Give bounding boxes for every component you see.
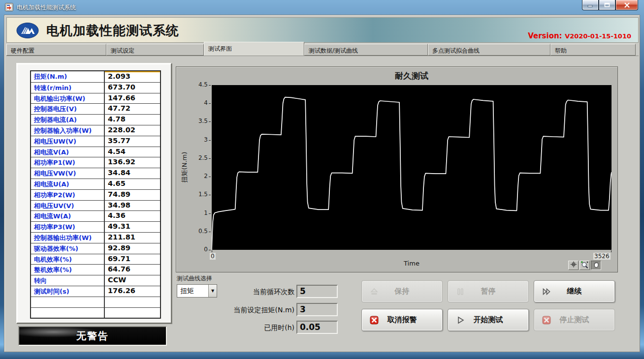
minimize-button[interactable]	[582, 0, 599, 10]
table-row: 转向CCW	[31, 275, 160, 286]
measurement-label: 控制器输出功率(W)	[31, 233, 105, 243]
button-暂停[interactable]: 暂停	[448, 280, 529, 302]
measurement-value: 35.77	[105, 136, 160, 147]
table-row: 相功率P1(W)136.92	[31, 157, 160, 168]
tab-测试设定[interactable]: 测试设定	[106, 44, 204, 56]
table-row: 转速(r/min)673.70	[31, 82, 160, 93]
button-取消报警[interactable]: 取消报警	[361, 309, 443, 331]
chart-plot-area[interactable]	[212, 85, 612, 250]
measurement-value: 4.36	[105, 211, 160, 221]
y-tick-mark	[209, 213, 211, 214]
close-button[interactable]	[615, 0, 638, 10]
y-tick-mark	[209, 195, 211, 195]
y-tick-mark	[209, 121, 211, 122]
measurement-label: 相电压VW(V)	[31, 168, 105, 179]
y-tick-mark	[209, 140, 211, 141]
y-tick-mark	[209, 103, 211, 104]
measurement-label: 相电压UV(V)	[31, 201, 105, 211]
button-开始测试[interactable]: 开始测试	[448, 309, 529, 331]
pan-tool-button[interactable]	[591, 261, 601, 270]
application-window: 电机加载性能测试系统 电机加载性能测试系统 Version: V2020-01-…	[0, 0, 644, 359]
measurement-label: 相功率P1(W)	[31, 157, 105, 168]
table-row: 电机输出功率(W)147.66	[31, 93, 160, 104]
maximize-button[interactable]	[599, 0, 615, 10]
measurement-label: 相电压UW(V)	[31, 136, 105, 147]
table-row: 控制器电流(A)4.78	[31, 114, 160, 125]
button-继续[interactable]: 继续	[534, 280, 615, 302]
table-row: 控制器电压(V)47.72	[31, 103, 160, 114]
field-value-1[interactable]: 5	[296, 285, 338, 298]
measurement-value: 4.78	[105, 115, 160, 125]
fast-forward-icon	[542, 287, 551, 297]
close-icon	[624, 2, 630, 8]
field-value-3[interactable]: 0.05	[296, 321, 338, 334]
table-row: 扭矩(N.m)2.093	[31, 71, 160, 82]
measurement-label: 整机效率(%)	[31, 265, 105, 275]
measurement-label: 转向	[31, 275, 105, 286]
window-controls	[582, 0, 638, 10]
app-title: 电机加载性能测试系统	[46, 22, 179, 39]
y-tick-mark	[209, 232, 211, 232]
y-tick-label: 1	[177, 209, 208, 216]
measurement-label: 电机效率(%)	[31, 254, 105, 265]
zoom-tool-button[interactable]	[580, 261, 590, 270]
minimize-icon	[587, 2, 593, 7]
crosshair-tool-button[interactable]	[568, 261, 579, 270]
crosshair-icon	[570, 261, 578, 270]
button-label: 暂停	[481, 287, 496, 296]
version-label: Version:	[528, 31, 562, 40]
measurement-value: 147.66	[105, 93, 160, 104]
tab-帮助[interactable]: 帮助	[550, 44, 636, 56]
measurement-label: 相功率P2(W)	[31, 190, 105, 200]
y-tick-mark	[209, 85, 211, 86]
measurement-label: 扭矩(N.m)	[31, 71, 105, 82]
measurement-label: 控制器输入功率(W)	[31, 125, 105, 136]
table-row	[31, 307, 160, 318]
table-row: 整机效率(%)64.76	[31, 264, 160, 275]
button-保持[interactable]: 保持	[361, 280, 443, 302]
version-text: Version: V2020-01-15-1010	[528, 31, 631, 40]
table-row: 控制器输入功率(W)228.02	[31, 125, 160, 136]
measurement-value: 69.71	[105, 254, 160, 265]
measurement-label: 控制器电压(V)	[31, 104, 105, 114]
button-停止测试[interactable]: 停止测试	[534, 309, 615, 331]
y-tick-label: 0.5	[177, 228, 208, 235]
tab-label: 测试界面	[208, 45, 232, 52]
x-axis-label: Time	[212, 260, 612, 267]
measurement-label: 转速(r/min)	[31, 83, 105, 93]
labview-app-icon	[5, 3, 13, 11]
version-value: V2020-01-15-1010	[565, 32, 631, 40]
measurement-label: 相电流U(A)	[31, 179, 105, 189]
button-label: 继续	[567, 287, 582, 296]
tab-label: 测试设定	[111, 47, 134, 54]
y-tick-label: 3.5	[177, 118, 208, 124]
tab-bar: 硬件配置测试设定测试界面测试数据/测试曲线多点测试拟合曲线帮助	[6, 44, 639, 56]
x-tick-label: 3526	[593, 253, 611, 260]
title-bar[interactable]: 电机加载性能测试系统	[0, 0, 644, 15]
table-row: 相功率P3(W)49.31	[31, 221, 160, 232]
y-tick-label: 2	[177, 173, 208, 180]
field-value-2[interactable]: 3	[296, 303, 338, 316]
graph-palette	[567, 261, 601, 270]
x-tick-label: 0	[210, 253, 216, 260]
tab-测试界面[interactable]: 测试界面	[204, 42, 304, 56]
field-label: 当前设定扭矩(N.m)	[176, 306, 294, 315]
tab-多点测试拟合曲线[interactable]: 多点测试拟合曲线	[428, 44, 550, 56]
field-label: 当前循环次数	[176, 288, 294, 297]
chart-title: 耐久测试	[212, 70, 612, 82]
button-label: 取消报警	[387, 315, 417, 325]
table-row: 相电流W(A)4.36	[31, 210, 160, 221]
measurement-label	[31, 297, 105, 307]
curve-select-label: 测试曲线选择	[177, 274, 212, 283]
tab-label: 测试数据/测试曲线	[309, 47, 358, 54]
table-row: 相电压UV(V)34.98	[31, 200, 160, 211]
maximize-icon	[604, 2, 610, 7]
torque-waveform	[212, 85, 612, 250]
tab-label: 硬件配置	[11, 47, 34, 54]
y-tick-label: 4	[177, 99, 208, 106]
tab-测试数据/测试曲线[interactable]: 测试数据/测试曲线	[304, 44, 428, 56]
tab-硬件配置[interactable]: 硬件配置	[6, 44, 106, 56]
measurement-value: 228.02	[105, 125, 160, 136]
measurement-table[interactable]: 扭矩(N.m)2.093转速(r/min)673.70电机输出功率(W)147.…	[30, 70, 161, 319]
field-label: 已用时(h)	[176, 324, 294, 332]
